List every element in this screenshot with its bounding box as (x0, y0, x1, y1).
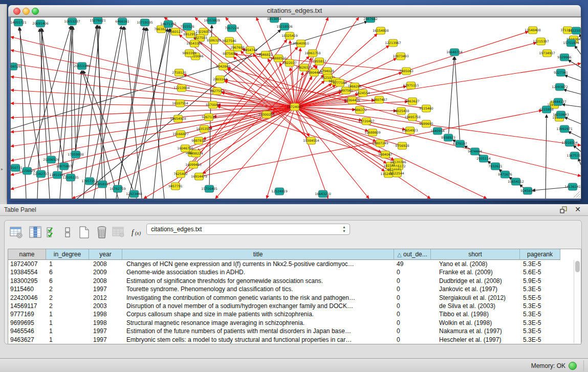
graph-node[interactable]: 7515526 (180, 23, 194, 30)
citation-edge[interactable] (11, 107, 295, 161)
table-row[interactable]: 1456911722003Disruption of a novel membe… (8, 302, 581, 310)
graph-node[interactable]: 19654923 (402, 127, 418, 134)
table-cell[interactable]: Tibbo et al. (1998) (431, 310, 520, 318)
graph-node[interactable]: 11675312 (567, 152, 581, 159)
graph-node[interactable]: 30975887 (56, 163, 72, 170)
table-cell[interactable]: Franke et al. (2009) (431, 268, 520, 276)
graph-node[interactable]: 9474444 (468, 148, 482, 155)
table-cell[interactable]: 1 (46, 327, 89, 335)
citation-edge[interactable] (72, 26, 76, 150)
graph-node[interactable]: 8427552 (210, 87, 224, 95)
graph-node[interactable]: 2803144 (213, 76, 227, 83)
column-header-name[interactable]: name (8, 249, 46, 260)
graph-node[interactable]: 8215958 (539, 106, 554, 113)
table-cell[interactable]: 1998 (89, 310, 122, 318)
table-cell[interactable]: 5.3E-5 (520, 327, 560, 335)
graph-node[interactable]: 18640910 (293, 40, 309, 47)
column-header-pagerank[interactable]: pagerank (520, 249, 560, 260)
graph-node[interactable]: 18325419 (281, 32, 298, 39)
select-rows-icon[interactable] (46, 226, 59, 239)
table-row[interactable]: 946362711997Embryonic stem cells: a mode… (8, 336, 581, 344)
graph-node[interactable]: 9227341 (554, 69, 568, 76)
table-cell[interactable]: 2 (46, 294, 89, 302)
graph-node[interactable]: 19734937 (539, 50, 555, 57)
table-cell[interactable]: 1998 (89, 319, 122, 327)
graph-node[interactable]: 16053809 (204, 17, 220, 24)
citation-edge[interactable] (546, 115, 547, 199)
graph-node[interactable]: 1640954 (430, 127, 445, 135)
table-cell[interactable]: de Silva et al. (2003) (431, 302, 520, 310)
graph-node[interactable]: 10807487 (371, 96, 387, 103)
column-header-year[interactable]: year (89, 249, 122, 260)
citation-edge[interactable] (267, 107, 295, 199)
graph-node[interactable]: 7955812 (312, 58, 326, 65)
graph-node[interactable]: 25206526 (11, 63, 21, 70)
citation-edge[interactable] (578, 158, 581, 165)
table-cell[interactable]: 5.3E-5 (520, 302, 560, 310)
graph-node[interactable]: 9329966 (557, 54, 572, 61)
row-height-icon[interactable] (61, 226, 74, 239)
table-row[interactable]: 2242004622012Investigating the contribut… (8, 294, 581, 302)
graph-node[interactable]: 9245652 (520, 187, 535, 194)
table-cell[interactable]: 5.3E-5 (520, 319, 560, 327)
table-cell[interactable]: Investigating the contribution of common… (122, 294, 394, 302)
graph-node[interactable]: 16961758 (304, 50, 321, 57)
column-header-out_de[interactable]: △ out_de... (394, 249, 431, 260)
graph-node[interactable]: 8186328 (207, 37, 221, 44)
table-cell[interactable]: Estimation of the future numbers of pati… (122, 327, 394, 335)
table-row[interactable]: 946554611997Estimation of the future num… (8, 327, 581, 335)
graph-node[interactable]: 11548408 (525, 27, 541, 34)
graph-node[interactable]: 9887834 (191, 137, 206, 144)
graph-node[interactable]: 8875685 (223, 50, 237, 57)
graph-node[interactable]: 9699695 (419, 120, 433, 127)
table-cell[interactable]: 0 (394, 336, 431, 344)
table-cell[interactable]: Structural magnetic resonance image aver… (122, 319, 394, 327)
table-cell[interactable]: 9699695 (8, 319, 46, 327)
table-cell[interactable]: 1 (46, 336, 89, 344)
graph-node[interactable]: 16107554 (172, 100, 188, 107)
graph-node[interactable]: 12975115 (403, 82, 419, 89)
citation-edge[interactable] (76, 71, 82, 150)
network-window-titlebar[interactable]: citations_edges.txt (8, 5, 581, 17)
table-cell[interactable]: 5.5E-5 (520, 294, 560, 302)
table-cell[interactable]: Dudbridge et al. (2008) (431, 277, 520, 285)
table-cell[interactable]: 5.3E-5 (520, 285, 560, 293)
table-cell[interactable]: 5.9E-5 (520, 277, 560, 285)
table-cell[interactable]: Estimation of significance thresholds fo… (122, 277, 394, 285)
citation-edge[interactable] (11, 103, 295, 107)
graph-node[interactable]: 16958107 (94, 181, 111, 188)
citation-edge[interactable] (573, 145, 581, 151)
citation-edge[interactable] (11, 107, 295, 146)
graph-node[interactable]: 12215397 (533, 38, 549, 45)
table-cell[interactable]: Changes of HCN gene expression and I(f) … (122, 260, 394, 268)
citation-edge[interactable] (449, 57, 454, 134)
graph-node[interactable]: 20206526 (43, 156, 59, 163)
citation-edge[interactable] (564, 117, 581, 124)
table-row[interactable]: 977716911998Corpus callosum shape and si… (8, 310, 581, 318)
graph-node[interactable]: 7625402 (173, 170, 188, 178)
graph-node[interactable]: 8471676 (498, 171, 512, 178)
table-cell[interactable]: 9465546 (8, 327, 46, 335)
citation-edge[interactable] (203, 108, 291, 139)
graph-node[interactable]: 14055721 (11, 19, 27, 26)
column-header-short[interactable]: short (431, 249, 520, 260)
graph-node[interactable]: 19495758 (404, 114, 421, 121)
table-cell[interactable]: 9115460 (8, 285, 46, 293)
graph-node[interactable]: 19166827 (172, 130, 189, 138)
table-cell[interactable]: 22420046 (8, 294, 46, 302)
table-cell[interactable]: 0 (394, 268, 431, 276)
graph-node[interactable]: 15716485 (201, 185, 217, 192)
table-cell[interactable]: 2012 (89, 294, 122, 302)
graph-node[interactable]: 9463627 (405, 98, 420, 105)
table-cell[interactable]: 2008 (89, 277, 122, 285)
expand-arrow-icon[interactable]: ▸ (1, 167, 3, 171)
graph-node[interactable]: 13992971 (556, 125, 573, 133)
network-window[interactable]: citations_edges.txt 18724007232260589827… (8, 5, 581, 201)
graph-node[interactable]: 12505135 (62, 174, 79, 181)
graph-node[interactable]: 2887682 (363, 17, 378, 23)
table-cell[interactable]: 2 (46, 302, 89, 310)
graph-node[interactable]: 15751874 (563, 39, 579, 47)
graph-node[interactable]: 9560123 (168, 28, 183, 35)
citation-edge[interactable] (299, 100, 375, 107)
table-cell[interactable]: 5.3E-5 (520, 260, 560, 268)
